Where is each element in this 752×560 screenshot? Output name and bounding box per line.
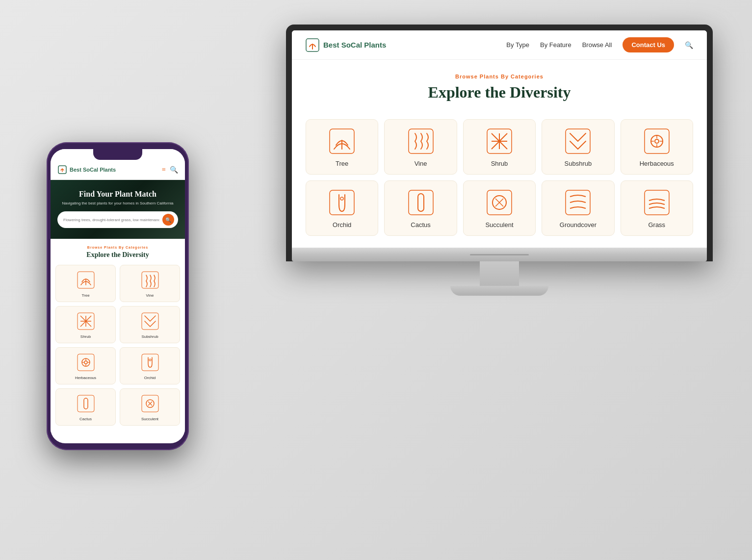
phone-cat-herbaceous[interactable]: Herbaceous xyxy=(55,347,116,384)
desktop-mockup: Best SoCal Plants By Type By Feature Bro… xyxy=(286,25,713,296)
svg-rect-9 xyxy=(78,354,94,371)
contact-us-button[interactable]: Contact Us xyxy=(622,37,674,52)
phone-mockup: Best SoCal Plants ≡ 🔍 Find Your Plant Ma… xyxy=(47,142,189,450)
phone-notch xyxy=(93,149,142,160)
desktop-nav-links: By Type By Feature Browse All Contact Us… xyxy=(506,37,693,52)
groundcover-icon-desktop xyxy=(565,190,591,215)
orchid-icon-desktop xyxy=(329,190,355,215)
desktop-cat-shrub[interactable]: Shrub xyxy=(463,119,536,175)
desktop-cat-label-herbaceous: Herbaceous xyxy=(626,160,688,167)
phone-cat-label-subshrub: Subshrub xyxy=(124,334,176,339)
desktop-cat-label-groundcover: Groundcover xyxy=(547,221,609,229)
phone-cat-label-orchid: Orchid xyxy=(124,376,176,380)
desktop-cat-succulent[interactable]: Succulent xyxy=(463,180,536,236)
cactus-icon-desktop xyxy=(408,190,434,215)
hamburger-icon[interactable]: ≡ xyxy=(162,166,166,174)
phone-cat-label-cactus: Cactus xyxy=(60,417,111,421)
svg-point-39 xyxy=(340,197,343,200)
nav-by-feature[interactable]: By Feature xyxy=(540,41,571,49)
monitor-screen: Best SoCal Plants By Type By Feature Bro… xyxy=(292,30,707,248)
svg-rect-41 xyxy=(418,194,424,211)
subshrub-icon-desktop xyxy=(565,128,591,154)
desktop-hero-subtitle: Browse Plants By Categories xyxy=(302,74,697,79)
herbaceous-icon-phone xyxy=(77,354,95,371)
desktop-hero-title: Explore the Diversity xyxy=(302,83,697,102)
shrub-icon-phone xyxy=(77,312,95,330)
svg-point-33 xyxy=(655,139,659,143)
desktop-cat-label-tree: Tree xyxy=(311,160,373,167)
subshrub-icon-phone xyxy=(141,312,159,330)
shrub-icon-desktop xyxy=(487,128,512,154)
phone-hero-subtitle: Navigating the best plants for your home… xyxy=(57,201,178,205)
logo-icon-desktop xyxy=(306,38,319,52)
orchid-icon-phone xyxy=(141,354,159,371)
desktop-cat-label-succulent: Succulent xyxy=(468,221,530,229)
svg-point-11 xyxy=(84,361,87,364)
desktop-cat-groundcover[interactable]: Groundcover xyxy=(542,180,614,236)
phone-cat-label-succulent: Succulent xyxy=(124,417,176,421)
desktop-cat-label-grass: Grass xyxy=(626,221,688,229)
svg-rect-31 xyxy=(645,129,669,153)
desktop-hero: Browse Plants By Categories Explore the … xyxy=(292,60,707,111)
svg-point-17 xyxy=(149,359,151,361)
monitor-base xyxy=(450,286,548,296)
phone-cat-tree[interactable]: Tree xyxy=(55,265,116,302)
phone-search-bar: 🔍 xyxy=(57,211,178,228)
logo-icon xyxy=(57,165,67,175)
vine-icon-phone xyxy=(141,271,159,289)
phone-cat-subtitle: Browse Plants By Categories xyxy=(55,246,180,249)
nav-browse-all[interactable]: Browse All xyxy=(582,41,612,49)
desktop-categories: Tree Vine xyxy=(292,111,707,248)
phone-logo: Best SoCal Plants xyxy=(57,165,116,175)
desktop-cat-label-orchid: Orchid xyxy=(311,221,373,229)
monitor-frame: Best SoCal Plants By Type By Feature Bro… xyxy=(286,25,713,261)
desktop-logo-text: Best SoCal Plants xyxy=(323,41,386,49)
desktop-cat-herbaceous[interactable]: Herbaceous xyxy=(621,119,693,175)
desktop-nav: Best SoCal Plants By Type By Feature Bro… xyxy=(292,30,707,60)
desktop-cat-grid: Tree Vine xyxy=(306,119,693,236)
search-icon-phone[interactable]: 🔍 xyxy=(170,166,178,174)
desktop-cat-subshrub[interactable]: Subshrub xyxy=(542,119,614,175)
nav-by-type[interactable]: By Type xyxy=(506,41,529,49)
desktop-cat-cactus[interactable]: Cactus xyxy=(384,180,457,236)
vine-icon-desktop xyxy=(408,128,434,154)
phone-cat-subshrub[interactable]: Subshrub xyxy=(120,306,180,343)
phone-screen: Best SoCal Plants ≡ 🔍 Find Your Plant Ma… xyxy=(51,149,185,443)
herbaceous-icon-desktop xyxy=(644,128,670,154)
monitor-chin-line xyxy=(470,254,529,255)
desktop-cat-grass[interactable]: Grass xyxy=(621,180,693,236)
phone-cat-cactus[interactable]: Cactus xyxy=(55,388,116,426)
monitor-stand xyxy=(450,261,548,296)
desktop-cat-vine[interactable]: Vine xyxy=(384,119,457,175)
succulent-icon-desktop xyxy=(487,190,512,215)
phone-search-button[interactable]: 🔍 xyxy=(162,214,174,226)
svg-rect-18 xyxy=(78,395,94,412)
svg-rect-16 xyxy=(142,354,158,371)
cactus-icon-phone xyxy=(77,395,95,412)
tree-icon-phone xyxy=(77,271,95,289)
svg-rect-2 xyxy=(142,272,158,288)
tree-icon-desktop xyxy=(329,128,355,154)
phone-cat-shrub[interactable]: Shrub xyxy=(55,306,116,343)
phone-cat-orchid[interactable]: Orchid xyxy=(120,347,180,384)
desktop-cat-orchid[interactable]: Orchid xyxy=(306,180,378,236)
phone-frame: Best SoCal Plants ≡ 🔍 Find Your Plant Ma… xyxy=(47,142,189,450)
phone-search-input[interactable] xyxy=(63,218,159,222)
phone-cat-title: Explore the Diversity xyxy=(55,251,180,259)
phone-cat-vine[interactable]: Vine xyxy=(120,265,180,302)
desktop-cat-tree[interactable]: Tree xyxy=(306,119,378,175)
phone-cat-succulent[interactable]: Succulent xyxy=(120,388,180,426)
desktop-site: Best SoCal Plants By Type By Feature Bro… xyxy=(292,30,707,248)
desktop-cat-label-shrub: Shrub xyxy=(468,160,530,167)
monitor-chin xyxy=(292,248,707,261)
phone-cat-label-herbaceous: Herbaceous xyxy=(60,376,111,380)
phone-nav-icons: ≡ 🔍 xyxy=(162,166,178,174)
phone-hero: Find Your Plant Match Navigating the bes… xyxy=(51,180,185,239)
scene: Best SoCal Plants ≡ 🔍 Find Your Plant Ma… xyxy=(0,0,752,560)
svg-rect-19 xyxy=(84,398,88,409)
search-icon-desktop[interactable]: 🔍 xyxy=(685,41,693,49)
succulent-icon-phone xyxy=(141,395,159,412)
desktop-cat-label-cactus: Cactus xyxy=(389,221,451,229)
phone-cat-label-shrub: Shrub xyxy=(60,334,111,339)
monitor-neck xyxy=(480,261,519,286)
